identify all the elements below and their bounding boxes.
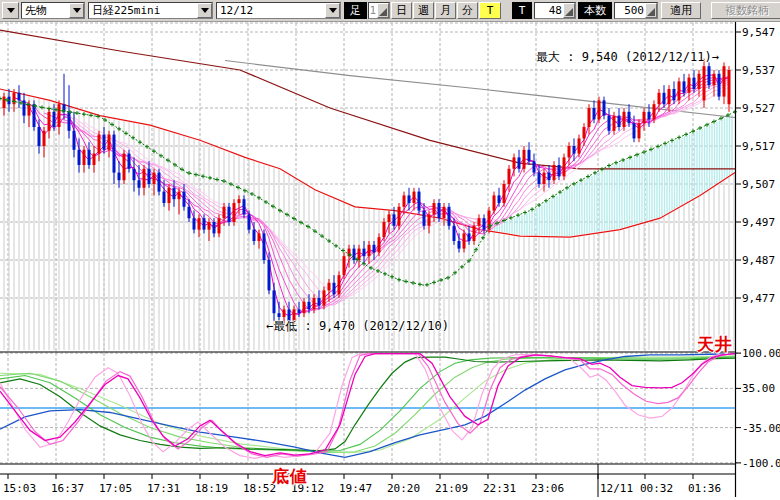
- axis-label: 9,537: [742, 64, 775, 77]
- axis-label: 01:36: [688, 482, 721, 495]
- symbol-combo[interactable]: 日経225mini: [88, 2, 213, 19]
- apply-button[interactable]: 適用: [661, 2, 701, 19]
- axis-label: 20:20: [387, 482, 420, 495]
- axis-label: 9,487: [742, 254, 775, 267]
- tick-size-stepper[interactable]: 48: [534, 2, 576, 19]
- axis-label: 9,477: [742, 292, 775, 305]
- axis-label: 15:03: [3, 482, 36, 495]
- axis-label: 17:31: [147, 482, 180, 495]
- axis-label: 21:09: [435, 482, 468, 495]
- bar-count-value: 500: [615, 4, 645, 17]
- oscillator-panel[interactable]: [0, 352, 735, 464]
- axis-label: 19:47: [339, 482, 372, 495]
- chevron-down-icon[interactable]: [197, 3, 212, 18]
- axis-label: -100.00: [742, 457, 780, 470]
- chevron-down-icon[interactable]: [69, 3, 84, 18]
- axis-label: 100.00: [742, 347, 780, 360]
- bar-interval-value: 1: [369, 4, 377, 17]
- symbol-value: 日経225mini: [89, 3, 197, 18]
- ceiling-annotation: 天井: [697, 333, 733, 356]
- axis-label: 9,517: [742, 140, 775, 153]
- period-tick-button[interactable]: T: [479, 2, 501, 19]
- axis-label: 9,497: [742, 216, 775, 229]
- chevron-down-icon[interactable]: [325, 3, 340, 18]
- spin-button[interactable]: [563, 3, 575, 18]
- axis-label: 18:19: [195, 482, 228, 495]
- category-value: 先物: [22, 3, 69, 18]
- tick-size-value: 48: [535, 4, 563, 17]
- axis-label: 9,507: [742, 178, 775, 191]
- axis-label: 00:32: [640, 482, 673, 495]
- bar-count-stepper[interactable]: 500: [614, 2, 658, 19]
- bar-interval-stepper[interactable]: 1: [368, 2, 390, 19]
- multi-symbol-button[interactable]: 複数銘柄: [711, 2, 780, 19]
- chevron-down-icon: [7, 8, 15, 13]
- period-minute-button[interactable]: 分: [457, 2, 478, 19]
- axis-label: 35.00: [742, 382, 775, 395]
- spin-button[interactable]: [645, 3, 657, 18]
- window-dropdown-button[interactable]: [2, 2, 19, 19]
- toolbar: 先物 日経225mini 12/12 足 1 日 週 月 分 T T 48 本数…: [0, 0, 780, 22]
- bottom-annotation: 底値: [272, 465, 308, 488]
- axis-label: 9,547: [742, 26, 775, 39]
- axis-label: 23:06: [531, 482, 564, 495]
- bar-type-label: 足: [344, 2, 367, 19]
- spin-button[interactable]: [377, 3, 389, 18]
- tick-size-label: T: [512, 2, 532, 19]
- period-month-button[interactable]: 月: [435, 2, 456, 19]
- axis-label: 12/11: [600, 482, 633, 495]
- axis-label: 22:31: [483, 482, 516, 495]
- bar-count-label: 本数: [578, 2, 612, 19]
- axis-label: 9,527: [742, 102, 775, 115]
- chart-application-window: 先物 日経225mini 12/12 足 1 日 週 月 分 T T 48 本数…: [0, 0, 780, 500]
- date-value: 12/12: [217, 4, 325, 17]
- period-day-button[interactable]: 日: [391, 2, 412, 19]
- period-week-button[interactable]: 週: [413, 2, 434, 19]
- axis-label: 16:37: [51, 482, 84, 495]
- axis-label: 17:05: [99, 482, 132, 495]
- min-price-annotation: ←最低 : 9,470 (2012/12/10): [266, 318, 449, 335]
- main-chart-panel[interactable]: [0, 22, 735, 352]
- max-price-annotation: 最大 : 9,540 (2012/12/11)→: [536, 49, 719, 66]
- axis-label: -35.00: [742, 422, 780, 435]
- category-combo[interactable]: 先物: [21, 2, 85, 19]
- date-combo[interactable]: 12/12: [216, 2, 341, 19]
